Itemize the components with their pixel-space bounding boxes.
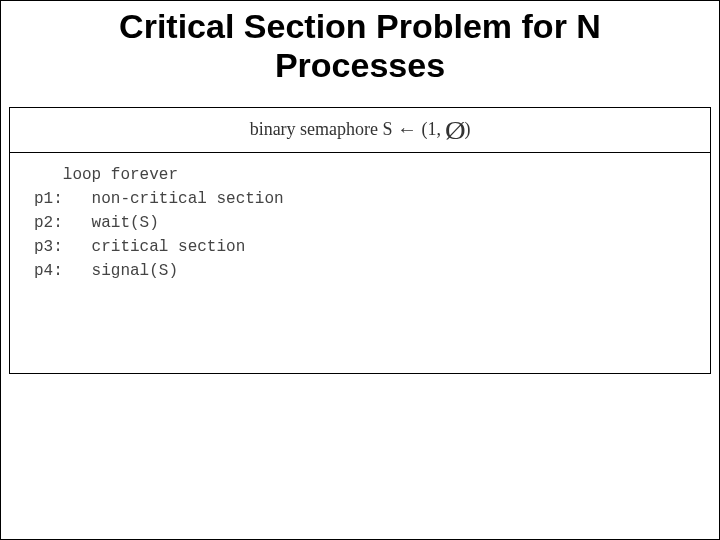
code-line-loop: loop forever: [34, 163, 702, 187]
decl-prefix: binary semaphore S: [250, 119, 397, 139]
decl-open: (1,: [417, 119, 446, 139]
arrow-icon: ←: [397, 118, 417, 140]
algorithm-figure: binary semaphore S ← (1, Ø) loop forever…: [9, 107, 711, 374]
code-line-p3: p3: critical section: [34, 235, 702, 259]
algorithm-body: loop forever p1: non-critical section p2…: [10, 153, 710, 373]
slide-container: Critical Section Problem for N Processes…: [0, 0, 720, 540]
code-line-p4: p4: signal(S): [34, 259, 702, 283]
semaphore-declaration: binary semaphore S ← (1, Ø): [10, 108, 710, 153]
code-line-p1: p1: non-critical section: [34, 187, 702, 211]
code-line-p2: p2: wait(S): [34, 211, 702, 235]
empty-set-icon: Ø: [445, 116, 466, 146]
slide-title: Critical Section Problem for N Processes: [1, 7, 719, 101]
